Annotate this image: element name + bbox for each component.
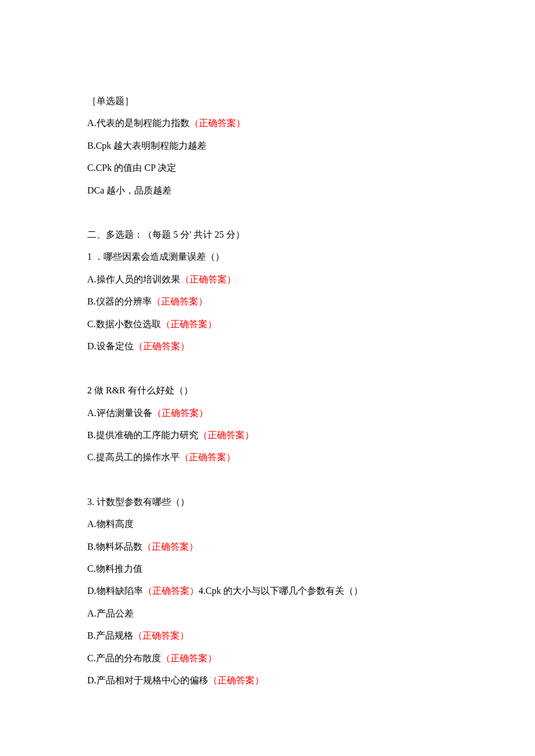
option-d-text: D.物料缺陷率 <box>87 586 143 596</box>
question-type-header: ［单选题］ <box>87 90 465 112</box>
option-b: B.Cpk 越大表明制程能力越差 <box>87 135 465 157</box>
option-a: A.产品公差 <box>87 603 465 625</box>
option-c-text: C.数据小数位选取 <box>87 319 161 329</box>
question-prompt-inline: 4.Cpk 的大小与以下哪几个参数有关（） <box>199 586 363 596</box>
option-b: B.产品规格（正确答案） <box>87 625 465 647</box>
option-a: A.评估测量设备（正确答案） <box>87 402 465 424</box>
correct-answer-label: （正确答案） <box>161 653 217 663</box>
option-d-and-q4-prompt: D.物料缺陷率（正确答案）4.Cpk 的大小与以下哪几个参数有关（） <box>87 580 465 602</box>
option-b: B.仪器的分辨率（正确答案） <box>87 291 465 313</box>
option-c: C.产品的分布散度（正确答案） <box>87 647 465 669</box>
option-a: A.操作人员的培训效果（正确答案） <box>87 268 465 291</box>
section-header: 二、多选题：（每题 5 分' 共计 25 分） <box>87 224 465 246</box>
correct-answer-label: （正确答案） <box>208 675 264 685</box>
correct-answer-label: （正确答案） <box>142 542 198 551</box>
option-d: D.设备定位（正确答案） <box>87 335 465 357</box>
option-c: C.CPk 的值由 CP 决定 <box>87 157 465 179</box>
question-prompt: 3. 计数型参数有哪些（） <box>87 491 465 513</box>
option-c: C.物料推力值 <box>87 558 465 580</box>
correct-answer-label: （正确答案） <box>133 630 189 640</box>
option-b: B.物料坏品数（正确答案） <box>87 536 465 558</box>
option-a: A.代表的是制程能力指数（正确答案） <box>87 112 465 134</box>
option-b-text: B.仪器的分辨率 <box>87 296 152 306</box>
correct-answer-label: （正确答案） <box>180 452 236 462</box>
option-c-text: C.产品的分布散度 <box>87 653 161 663</box>
correct-answer-label: （正确答案） <box>152 408 208 418</box>
option-d-text: D.产品相对于规格中心的偏移 <box>87 675 208 685</box>
option-d: DCa 越小，品质越差 <box>87 180 465 202</box>
correct-answer-label: （正确答案） <box>152 296 208 306</box>
option-c: C.提高员工的操作水平（正确答案） <box>87 446 465 468</box>
option-b-text: B.物料坏品数 <box>87 542 142 551</box>
question-prompt: 1 ．哪些因素会造成测量误差（） <box>87 246 465 268</box>
option-d-text: D.设备定位 <box>87 341 134 351</box>
correct-answer-label: （正确答案） <box>190 118 245 128</box>
correct-answer-label: （正确答案） <box>134 341 190 351</box>
option-a-text: A.代表的是制程能力指数 <box>87 118 190 128</box>
option-c-text: C.提高员工的操作水平 <box>87 452 180 462</box>
option-b-text: B.提供准确的工序能力研究 <box>87 430 198 440</box>
option-c: C.数据小数位选取（正确答案） <box>87 313 465 335</box>
option-a: A.物料高度 <box>87 513 465 535</box>
option-b-text: B.产品规格 <box>87 630 133 640</box>
question-prompt: 2 做 R&R 有什么好处（） <box>87 379 465 402</box>
correct-answer-label: （正确答案） <box>161 319 217 329</box>
option-d: D.产品相对于规格中心的偏移（正确答案） <box>87 669 465 691</box>
correct-answer-label: （正确答案） <box>180 274 236 284</box>
option-a-text: A.评估测量设备 <box>87 408 152 418</box>
option-b: B.提供准确的工序能力研究（正确答案） <box>87 424 465 446</box>
option-a-text: A.操作人员的培训效果 <box>87 274 180 284</box>
correct-answer-label: （正确答案） <box>198 430 254 440</box>
correct-answer-label: （正确答案） <box>143 586 199 596</box>
